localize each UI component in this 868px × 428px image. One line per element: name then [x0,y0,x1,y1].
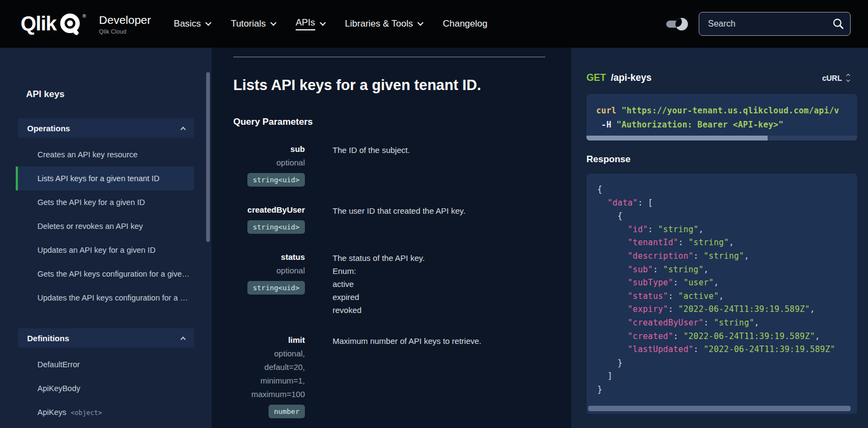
sidebar-item-updates-config[interactable]: Updates the API keys configuration for a… [16,286,194,310]
sidebar-item-deletes-api-key[interactable]: Deletes or revokes an API key [16,214,194,238]
product-title: Developer [99,14,151,27]
request-code-block: curl "https://your-tenant.us.qlikcloud.c… [586,94,857,140]
chevron-down-icon [270,20,276,25]
request-scrollbar-thumb[interactable] [586,136,768,140]
param-row-sub: sub optional string<uid> The ID of the s… [233,143,545,187]
qlik-wordmark: Qlik [21,12,56,35]
param-row-status: status optional string<uid> The status o… [233,251,545,317]
param-description: The status of the API key. Enum: active … [333,251,545,317]
param-type-badge: string<uid> [247,220,305,234]
sidebar-definitions-items: DefaultError ApiKeyBody ApiKeys<object> … [0,353,212,428]
request-code: curl "https://your-tenant.us.qlikcloud.c… [596,104,857,132]
object-type-tag: <object> [71,409,102,417]
param-meta: default=20, [233,360,305,374]
param-name: sub [233,143,305,156]
code-panel: GET /api-keys cURL curl "https://your-te… [571,48,868,428]
search-icon[interactable] [832,18,844,32]
sidebar-item-apikeybody[interactable]: ApiKeyBody [16,376,194,400]
sidebar-item-gets-api-key[interactable]: Gets the API key for a given ID [16,190,194,214]
param-description: Maximum number of API keys to retrieve. [333,334,545,418]
param-meta: optional [233,156,305,169]
response-scrollbar-thumb[interactable] [588,406,851,411]
language-selector[interactable]: cURL [822,74,850,82]
sidebar-item-lists-api-keys[interactable]: Lists API keys for a given tenant ID [16,167,194,190]
search-input[interactable] [699,12,851,36]
param-name: createdByUser [233,203,305,216]
param-description: The ID of the subject. [333,143,545,187]
chevron-down-icon [418,20,424,25]
nav-item-changelog[interactable]: Changelog [443,18,487,29]
param-row-createdbyuser: createdByUser string<uid> The user ID th… [233,203,545,234]
sidebar-item-creates-api-key[interactable]: Creates an API key resource [16,143,194,167]
param-type-badge: number [269,405,305,418]
nav-menu: Basics Tutorials APIs Libraries & Tools … [174,17,487,30]
page: Qlik ® Developer Qlik Cloud Basics Tutor… [0,0,868,428]
navbar-right [666,12,851,36]
param-name: limit [233,334,305,347]
sidebar-section-definitions[interactable]: Definitions [18,328,194,348]
nav-item-apis[interactable]: APIs [296,17,325,30]
param-description: The user ID that created the API key. [333,203,545,234]
sidebar-item-gets-config[interactable]: Gets the API keys configuration for a gi… [16,262,194,286]
sidebar-section-operations[interactable]: Operations [18,118,194,138]
main-content: Lists API keys for a given tenant ID. Qu… [212,48,571,428]
nav-item-libraries-tools[interactable]: Libraries & Tools [345,18,423,29]
nav-item-tutorials[interactable]: Tutorials [231,18,276,29]
updown-chevron-icon [847,74,850,81]
sidebar-scrollbar[interactable] [206,72,210,242]
sidebar: API keys Operations Creates an API key r… [0,48,212,428]
qlik-q-icon [59,11,84,39]
response-heading: Response [586,154,857,165]
registered-mark: ® [82,14,86,19]
param-row-limit: limit optional, default=20, minimum=1, m… [233,334,545,418]
moon-icon [675,18,688,30]
endpoint-header: GET /api-keys cURL [586,72,857,84]
chevron-up-icon [181,126,186,132]
param-type-badge: string<uid> [247,173,305,187]
param-meta: minimum=1, [233,374,305,387]
top-navbar: Qlik ® Developer Qlik Cloud Basics Tutor… [0,0,868,48]
chevron-down-icon [206,20,212,25]
product-subtitle: Qlik Cloud [99,28,151,35]
chevron-up-icon [181,336,186,342]
param-type-badge: string<uid> [247,281,305,295]
parameters-list: sub optional string<uid> The ID of the s… [233,143,545,428]
sidebar-item-apikey[interactable]: ApiKey<object> [16,425,194,428]
endpoint-path: /api-keys [611,72,652,84]
search-box [699,12,851,36]
page-title: Lists API keys for a given tenant ID. [233,77,545,94]
content-divider [233,56,545,58]
sidebar-title: API keys [26,89,212,100]
sidebar-item-apikeys[interactable]: ApiKeys<object> [16,400,194,425]
param-name: status [233,251,305,264]
sidebar-item-updates-api-key[interactable]: Updates an API key for a given ID [16,238,194,262]
nav-item-basics[interactable]: Basics [174,18,210,29]
param-meta: maximum=100 [233,387,305,401]
param-meta: optional, [233,347,305,360]
sidebar-item-defaulterror[interactable]: DefaultError [16,353,194,376]
response-code-block: { "data": [ { "id": "string", "tenantId"… [586,174,857,414]
http-method: GET [586,72,606,84]
chevron-down-icon [320,20,326,25]
request-scrollbar-track [586,136,857,140]
param-meta: optional [233,264,305,277]
sidebar-operations-items: Creates an API key resource Lists API ke… [0,143,212,310]
query-parameters-heading: Query Parameters [233,117,545,127]
qlik-logo[interactable]: Qlik ® [21,10,87,37]
product-brand: Developer Qlik Cloud [99,14,151,35]
response-code: { "data": [ { "id": "string", "tenantId"… [597,183,857,397]
dark-mode-toggle[interactable] [666,21,684,28]
